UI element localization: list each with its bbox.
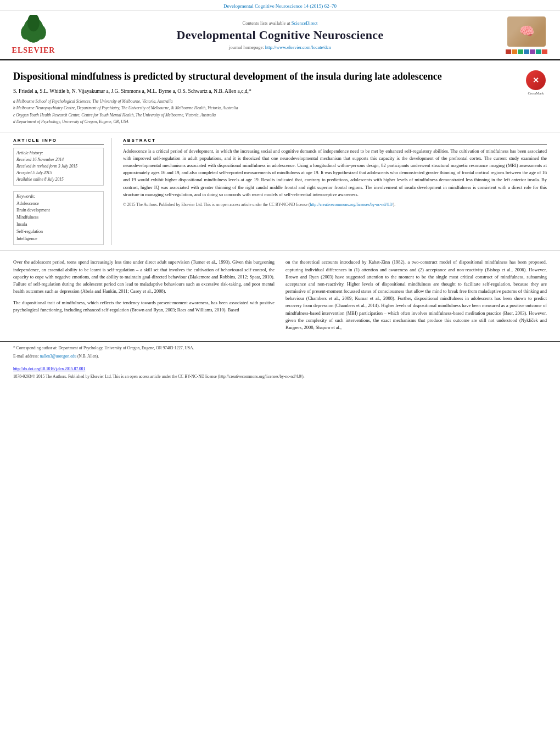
journal-header: ELSEVIER Contents lists available at Sci…: [0, 10, 560, 60]
email-label: E-mail address:: [13, 354, 39, 359]
license-url[interactable]: http://creativecommons.org/licenses/by-n…: [310, 202, 393, 207]
journal-center: Contents lists available at ScienceDirec…: [64, 20, 496, 50]
body-para-2: The dispositional trait of mindfulness, …: [13, 299, 275, 314]
page-wrapper: Developmental Cognitive Neuroscience 14 …: [0, 0, 560, 381]
corresponding-author-note: * Corresponding author at: Department of…: [13, 345, 547, 352]
email-author-note: (N.B. Allen).: [77, 354, 99, 359]
crossmark-badge: ✕ CrossMark: [525, 70, 547, 95]
elsevier-tree-icon: [17, 15, 50, 45]
body-para-3: on the theoretical accounts introduced b…: [285, 259, 547, 331]
article-title: Dispositional mindfulness is predicted b…: [13, 70, 519, 83]
keywords-title: Keywords:: [16, 194, 100, 199]
abstract-column: ABSTRACT Adolescence is a critical perio…: [123, 138, 547, 246]
keyword-mindfulness: Mindfulness: [16, 214, 100, 221]
body-para-1: Over the adolescent period, teens spend …: [13, 259, 275, 295]
article-title-main: Dispositional mindfulness is predicted b…: [13, 70, 519, 126]
body-content: Over the adolescent period, teens spend …: [0, 251, 560, 341]
doi-link[interactable]: http://dx.doi.org/10.1016/j.dcn.2015.07.…: [13, 366, 85, 371]
elsevier-label: ELSEVIER: [12, 46, 55, 55]
top-bar: Developmental Cognitive Neuroscience 14 …: [0, 0, 560, 10]
doi-line: http://dx.doi.org/10.1016/j.dcn.2015.07.…: [0, 364, 560, 372]
authors-line: S. Friedel a, S.L. Whittle b, N. Vijayak…: [13, 87, 519, 95]
footnotes-section: * Corresponding author at: Department of…: [0, 341, 560, 364]
article-info-abstract: ARTICLE INFO Article history: Received 1…: [0, 132, 560, 252]
keyword-brain-development: Brain development: [16, 207, 100, 214]
issn-line: 1878-9293/© 2015 The Authors. Published …: [0, 372, 560, 381]
article-title-section: Dispositional mindfulness is predicted b…: [0, 60, 560, 132]
journal-reference-link[interactable]: Developmental Cognitive Neuroscience 14 …: [223, 3, 337, 9]
body-column-right: on the theoretical accounts introduced b…: [285, 259, 547, 336]
homepage-line: journal homepage: http://www.elsevier.co…: [64, 44, 496, 50]
homepage-link[interactable]: http://www.elsevier.com/locate/dcn: [265, 44, 331, 50]
article-info-column: ARTICLE INFO Article history: Received 1…: [13, 138, 112, 246]
article-history-title: Article history:: [16, 150, 100, 155]
keyword-self-regulation: Self-regulation: [16, 228, 100, 236]
journal-logo-image: 🧠: [502, 16, 551, 54]
received-date: Received 16 November 2014: [16, 157, 100, 163]
keyword-adolescence: Adolescence: [16, 200, 100, 208]
license-line: © 2015 The Authors. Published by Elsevie…: [123, 202, 547, 208]
body-column-left: Over the adolescent period, teens spend …: [13, 259, 275, 336]
affiliation-b: b Melbourne Neuropsychiatry Centre, Depa…: [13, 105, 519, 111]
crossmark-label: CrossMark: [528, 91, 544, 95]
email-note: E-mail address: nallen3@uoregon.edu (N.B…: [13, 353, 547, 360]
elsevier-logo: ELSEVIER: [9, 15, 58, 55]
keywords-block: Keywords: Adolescence Brain development …: [13, 191, 104, 246]
email-link[interactable]: nallen3@uoregon.edu: [40, 354, 76, 359]
journal-title: Developmental Cognitive Neuroscience: [64, 28, 496, 42]
color-bar: [506, 49, 547, 54]
affiliation-d: d Department of Psychology, University o…: [13, 119, 519, 125]
online-date: Available online 8 July 2015: [16, 176, 100, 183]
affiliation-a: a Melbourne School of Psychological Scie…: [13, 99, 519, 105]
abstract-text: Adolescence is a critical period of deve…: [123, 148, 547, 198]
affiliation-c: c Oxygen Youth Health Research Centre, C…: [13, 113, 519, 119]
contents-available-line: Contents lists available at ScienceDirec…: [64, 20, 496, 26]
article-info-heading: ARTICLE INFO: [13, 138, 104, 144]
keyword-insula: Insula: [16, 221, 100, 228]
accepted-date: Accepted 5 July 2015: [16, 170, 100, 176]
brain-image: 🧠: [507, 16, 546, 47]
abstract-heading: ABSTRACT: [123, 138, 547, 144]
sciencedirect-link[interactable]: ScienceDirect: [292, 20, 318, 26]
keyword-intelligence: Intelligence: [16, 236, 100, 243]
crossmark-icon: ✕: [526, 70, 546, 90]
article-history-block: Article history: Received 16 November 20…: [13, 148, 104, 186]
revised-date: Received in revised form 3 July 2015: [16, 163, 100, 170]
